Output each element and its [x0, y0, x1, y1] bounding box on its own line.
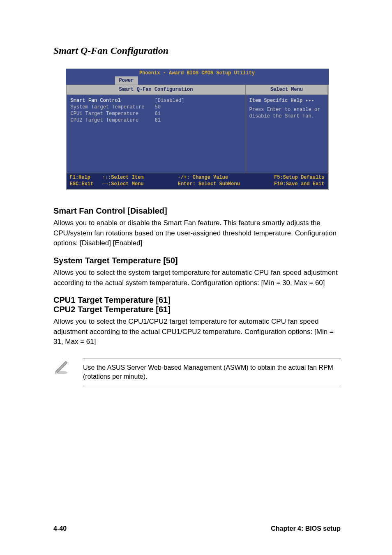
bios-setting-row: CPU2 Target Temperature 61: [71, 117, 242, 124]
bios-setting-label: CPU2 Target Temperature: [71, 117, 155, 124]
bios-setting-row: CPU1 Target Temperature 61: [71, 111, 242, 117]
bios-footer-col3: F5:Setup Defaults F10:Save and Exit: [274, 174, 324, 187]
section-heading: System Target Temperature [50]: [53, 256, 341, 265]
section-heading: CPU1 Target Temperature [61] CPU2 Target…: [53, 295, 341, 314]
note-text: Use the ASUS Server Web-based Management…: [83, 359, 341, 386]
bios-tab-row: Power: [66, 76, 329, 85]
bios-right-header: Select Menu: [246, 85, 328, 94]
bios-help-panel: Item Specific Help ▸▸▸ Press Enter to en…: [246, 95, 328, 173]
bios-setting-label: CPU1 Target Temperature: [71, 111, 155, 117]
bios-help-title: Item Specific Help ▸▸▸: [249, 97, 325, 104]
bios-setting-label: Smart Fan Control: [71, 97, 155, 104]
bios-footer-col1: F1:Help ↑↓:Select Item ESC:Exit ←→:Selec…: [70, 174, 144, 187]
section-heading: Smart Fan Control [Disabled]: [53, 206, 341, 216]
bios-setting-value: 61: [155, 117, 161, 124]
bios-help-text: Press Enter to enable or disable the Sma…: [249, 106, 325, 120]
bios-setting-label: System Target Temperature: [71, 104, 155, 111]
page-title: Smart Q-Fan Configuration: [53, 45, 341, 56]
chapter-label: Chapter 4: BIOS setup: [271, 525, 341, 532]
section-body: Allows you to select the system target t…: [53, 268, 341, 288]
bios-setting-value: [Disabled]: [155, 97, 184, 104]
section-body: Allows you to select the CPU1/CPU2 targe…: [53, 317, 341, 347]
bios-footer: F1:Help ↑↓:Select Item ESC:Exit ←→:Selec…: [66, 173, 329, 190]
bios-screenshot: Phoenix - Award BIOS CMOS Setup Utility …: [66, 69, 329, 190]
bios-setting-row: Smart Fan Control [Disabled]: [71, 97, 242, 104]
bios-setting-row: System Target Temperature 50: [71, 104, 242, 111]
page-number: 4-40: [53, 525, 67, 532]
bios-settings-panel: Smart Fan Control [Disabled] System Targ…: [67, 95, 246, 173]
svg-marker-1: [56, 361, 67, 373]
bios-setting-value: 61: [155, 111, 161, 117]
bios-top-title: Phoenix - Award BIOS CMOS Setup Utility: [66, 69, 329, 76]
pencil-note-icon: [53, 359, 71, 377]
section-body: Allows you to enable or disable the Smar…: [53, 218, 341, 249]
bios-left-header: Smart Q-Fan Configuration: [67, 85, 246, 94]
bios-tab-power: Power: [115, 76, 138, 85]
page-footer: 4-40 Chapter 4: BIOS setup: [53, 525, 341, 532]
bios-setting-value: 50: [155, 104, 161, 111]
note-block: Use the ASUS Server Web-based Management…: [53, 359, 341, 386]
bios-footer-col2: -/+: Change Value Enter: Select SubMenu: [178, 174, 240, 187]
